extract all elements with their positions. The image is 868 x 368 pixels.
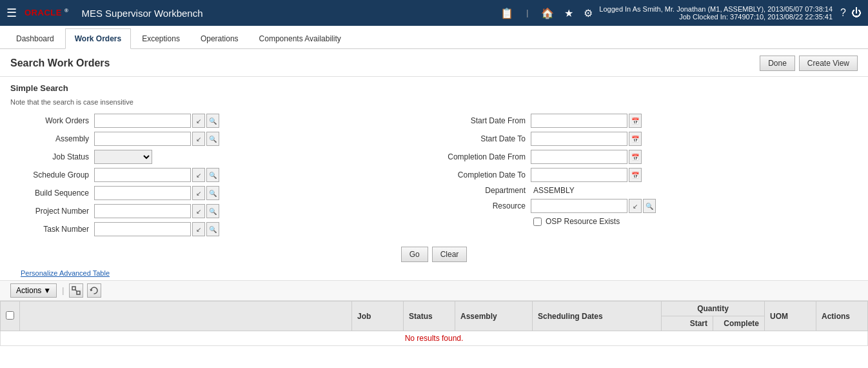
app-header: ☰ ORACLE ® MES Supervisor Workbench 📋 | … (0, 0, 868, 26)
refresh-icon[interactable] (87, 283, 101, 298)
start-date-from-row: Start Date From 📅 (447, 114, 858, 128)
page-header-buttons: Done Create View (760, 56, 858, 71)
tab-exceptions[interactable]: Exceptions (132, 28, 190, 48)
schedule-group-input[interactable] (94, 168, 191, 182)
power-icon[interactable]: ⏻ (851, 7, 862, 19)
menu-icon[interactable]: ☰ (6, 6, 17, 20)
completion-date-from-cal-icon[interactable]: 📅 (629, 150, 642, 164)
schedule-group-row: Schedule Group ↙ 🔍 (10, 168, 421, 182)
completion-date-to-cal-icon[interactable]: 📅 (629, 168, 642, 182)
done-button[interactable]: Done (760, 56, 795, 71)
assembly-input[interactable] (94, 132, 191, 146)
schedule-group-label: Schedule Group (10, 170, 94, 179)
resource-search-icon[interactable]: 🔍 (643, 199, 656, 213)
resource-arrow-icon[interactable]: ↙ (629, 199, 642, 213)
settings-icon[interactable]: ⚙ (584, 7, 593, 19)
th-actions: Actions (816, 302, 868, 331)
work-orders-input[interactable] (94, 114, 191, 128)
job-status-row: Job Status (10, 150, 421, 164)
department-label: Department (447, 186, 531, 195)
project-number-input[interactable] (94, 204, 191, 218)
header-icons: 📋 | 🏠 ★ ⚙ (500, 7, 593, 19)
resource-input[interactable] (531, 199, 627, 213)
work-orders-label: Work Orders (10, 116, 94, 125)
search-form: Work Orders ↙ 🔍 Assembly ↙ 🔍 Job Status (0, 111, 868, 245)
help-icon[interactable]: ? (840, 7, 846, 19)
tab-operations[interactable]: Operations (191, 28, 248, 48)
actions-bar: Actions ▼ | (0, 280, 868, 301)
home-icon[interactable]: 🏠 (541, 7, 554, 19)
start-date-to-cal-icon[interactable]: 📅 (629, 132, 642, 146)
actions-button[interactable]: Actions ▼ (10, 283, 57, 298)
th-status: Status (404, 302, 455, 331)
tab-dashboard[interactable]: Dashboard (6, 28, 64, 48)
build-sequence-input[interactable] (94, 186, 191, 200)
personalize-link[interactable]: Personalize Advanced Table (10, 267, 120, 280)
main-content: Search Work Orders Done Create View Simp… (0, 49, 868, 368)
start-date-from-label: Start Date From (447, 116, 531, 125)
clear-button[interactable]: Clear (432, 247, 468, 262)
th-checkbox (1, 302, 20, 331)
start-date-to-row: Start Date To 📅 (447, 132, 858, 146)
osp-checkbox[interactable] (533, 218, 542, 226)
schedule-group-search-icon[interactable]: 🔍 (206, 168, 219, 182)
completion-date-to-label: Completion Date To (447, 170, 531, 179)
work-orders-arrow-icon[interactable]: ↙ (192, 114, 205, 128)
job-status-label: Job Status (10, 152, 94, 161)
simple-search-title: Simple Search (0, 77, 868, 96)
department-value: ASSEMBLY (531, 186, 575, 195)
svg-rect-1 (77, 291, 80, 294)
tab-work-orders[interactable]: Work Orders (65, 28, 131, 49)
build-sequence-label: Build Sequence (10, 189, 94, 198)
assembly-search-icon[interactable]: 🔍 (206, 132, 219, 146)
tab-components-availability[interactable]: Components Availability (250, 28, 351, 48)
work-orders-search-icon[interactable]: 🔍 (206, 114, 219, 128)
completion-date-from-input[interactable] (531, 150, 627, 164)
build-sequence-arrow-icon[interactable]: ↙ (192, 186, 205, 200)
th-qty-start: Start (662, 316, 713, 331)
assembly-arrow-icon[interactable]: ↙ (192, 132, 205, 146)
work-orders-row: Work Orders ↙ 🔍 (10, 114, 421, 128)
page-title: Search Work Orders (10, 57, 110, 69)
completion-date-to-input[interactable] (531, 168, 627, 182)
app-title: MES Supervisor Workbench (81, 8, 500, 19)
go-button[interactable]: Go (401, 247, 428, 262)
project-number-arrow-icon[interactable]: ↙ (192, 204, 205, 218)
project-number-row: Project Number ↙ 🔍 (10, 204, 421, 218)
task-number-input[interactable] (94, 222, 191, 236)
build-sequence-search-icon[interactable]: 🔍 (206, 186, 219, 200)
tabs-bar: Dashboard Work Orders Exceptions Operati… (0, 26, 868, 49)
schedule-group-arrow-icon[interactable]: ↙ (192, 168, 205, 182)
star-icon[interactable]: ★ (564, 7, 573, 19)
select-all-checkbox[interactable] (6, 311, 14, 320)
job-status-select[interactable] (94, 150, 152, 164)
th-qty-complete: Complete (713, 316, 765, 331)
search-note: Note that the search is case insensitive (0, 96, 868, 111)
svg-line-2 (75, 290, 77, 291)
actions-arrow-icon: ▼ (43, 286, 51, 295)
create-view-button[interactable]: Create View (799, 56, 858, 71)
project-number-label: Project Number (10, 207, 94, 216)
project-number-search-icon[interactable]: 🔍 (206, 204, 219, 218)
detach-icon[interactable] (69, 283, 83, 298)
osp-label: OSP Resource Exists (546, 217, 620, 226)
start-date-to-input[interactable] (531, 132, 627, 146)
start-date-from-input[interactable] (531, 114, 627, 128)
user-info: Logged In As Smith, Mr. Jonathan (M1, AS… (599, 5, 833, 21)
task-number-search-icon[interactable]: 🔍 (206, 222, 219, 236)
assembly-label: Assembly (10, 134, 94, 143)
oracle-logo: ORACLE ® (25, 8, 68, 17)
department-row: Department ASSEMBLY (447, 186, 858, 195)
start-date-from-cal-icon[interactable]: 📅 (629, 114, 642, 128)
th-assembly: Assembly (455, 302, 533, 331)
no-results-cell: No results found. (1, 331, 868, 346)
results-table: Job Status Assembly Scheduling Dates Qua… (0, 301, 868, 346)
clipboard-icon[interactable]: 📋 (500, 7, 513, 19)
completion-date-from-label: Completion Date From (447, 152, 531, 161)
task-number-arrow-icon[interactable]: ↙ (192, 222, 205, 236)
task-number-label: Task Number (10, 225, 94, 234)
osp-row: OSP Resource Exists (447, 217, 858, 226)
resource-row: Resource ↙ 🔍 (447, 199, 858, 213)
start-date-to-label: Start Date To (447, 134, 531, 143)
table-row: No results found. (1, 331, 868, 346)
